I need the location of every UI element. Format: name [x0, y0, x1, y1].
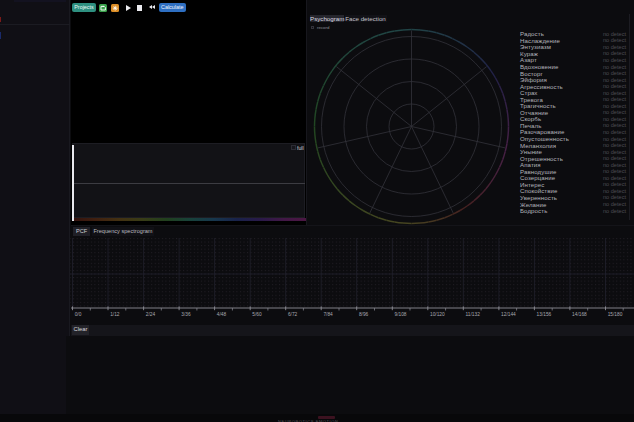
- svg-text:7/84: 7/84: [323, 312, 333, 317]
- svg-text:10/120: 10/120: [430, 312, 445, 317]
- svg-text:2/24: 2/24: [146, 312, 156, 317]
- svg-text:6/72: 6/72: [288, 312, 298, 317]
- svg-text:14/168: 14/168: [572, 312, 587, 317]
- svg-text:13/156: 13/156: [537, 312, 552, 317]
- svg-text:5/60: 5/60: [252, 312, 262, 317]
- svg-text:3/36: 3/36: [181, 312, 191, 317]
- svg-text:4/48: 4/48: [217, 312, 227, 317]
- svg-text:8/96: 8/96: [359, 312, 369, 317]
- svg-text:1/12: 1/12: [110, 312, 120, 317]
- svg-text:0/0: 0/0: [75, 312, 82, 317]
- svg-text:15/180: 15/180: [608, 312, 623, 317]
- svg-text:12/144: 12/144: [501, 312, 516, 317]
- svg-text:11/132: 11/132: [466, 312, 481, 317]
- svg-text:9/108: 9/108: [395, 312, 407, 317]
